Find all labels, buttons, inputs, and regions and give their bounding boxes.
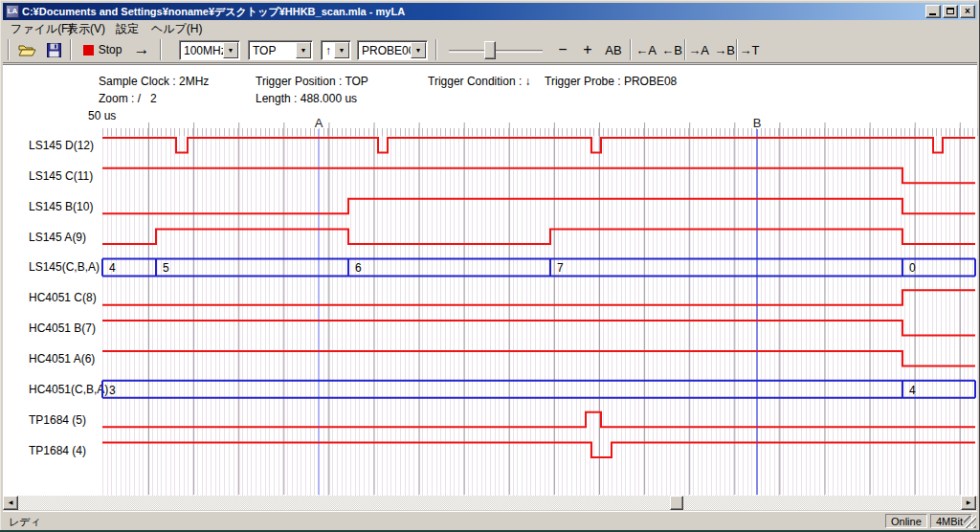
trigger-position-value: TOP: [253, 44, 276, 57]
goto-marker-a-fwd-button[interactable]: →A: [685, 38, 712, 61]
bus-value: 7: [557, 261, 564, 275]
bus-value: 0: [909, 261, 916, 275]
goto-marker-a-back-button[interactable]: ←A: [633, 38, 659, 61]
goto-trigger-button[interactable]: →T: [736, 38, 763, 61]
maximize-icon: [947, 8, 954, 14]
app-icon: LA: [6, 5, 19, 18]
window-title: C:¥Documents and Settings¥noname¥デスクトップ¥…: [22, 5, 924, 19]
menubar: ファイル(F) 表示(V) 設定 ヘルプ(H): [3, 20, 977, 35]
trigger-position-select[interactable]: TOP ▼: [248, 40, 313, 60]
zoom-slider-track[interactable]: [449, 50, 543, 53]
bus-value: 3: [109, 384, 116, 397]
sample-clock-select[interactable]: 100MHz ▼: [179, 40, 240, 60]
signal-trace: [102, 199, 975, 214]
waveform-svg[interactable]: AB4567034: [3, 65, 977, 497]
trigger-probe-select[interactable]: PROBE00 ▼: [357, 40, 428, 60]
toolbar: Stop → 100MHz ▼ TOP ▼ ↑ ▼ PROBE00 ▼ − + …: [3, 36, 977, 63]
menu-file[interactable]: ファイル(F): [11, 21, 72, 37]
horizontal-scrollbar[interactable]: ◀ ▶: [3, 496, 977, 510]
marker-b-label: B: [753, 116, 762, 130]
trigger-edge-value: ↑: [325, 44, 331, 57]
app-window: LA C:¥Documents and Settings¥noname¥デスクト…: [0, 0, 980, 532]
signal-trace: [102, 321, 975, 336]
menu-view[interactable]: 表示(V): [67, 21, 105, 37]
sample-clock-value: 100MHz: [184, 44, 227, 57]
zoom-out-button[interactable]: −: [552, 38, 573, 61]
run-arrow-icon: →: [134, 40, 150, 59]
toolbar-grip: [8, 39, 10, 60]
waveform-area[interactable]: Sample Clock : 2MHz Trigger Position : T…: [3, 64, 977, 496]
signal-trace: [102, 443, 975, 458]
save-file-button[interactable]: [41, 38, 66, 61]
stop-button[interactable]: Stop: [79, 38, 125, 61]
scrollbar-thumb[interactable]: [670, 496, 683, 510]
bus-value: 4: [909, 384, 916, 397]
menu-help[interactable]: ヘルプ(H): [151, 21, 203, 37]
toolbar-separator: [160, 39, 162, 60]
open-folder-icon: [18, 43, 36, 57]
minimize-button[interactable]: [925, 5, 941, 18]
toolbar-separator: [435, 39, 437, 60]
menu-settings[interactable]: 設定: [116, 21, 139, 37]
marker-a-label: A: [315, 116, 323, 130]
signal-trace: [102, 138, 975, 153]
zoom-in-button[interactable]: +: [577, 38, 598, 61]
bus-value: 5: [163, 261, 169, 275]
ab-span-button[interactable]: AB: [600, 38, 627, 61]
minimize-icon: [929, 13, 936, 15]
chevron-down-icon[interactable]: ▼: [296, 42, 311, 58]
zoom-slider-thumb[interactable]: [484, 41, 496, 59]
signal-trace: [102, 351, 975, 366]
maximize-button[interactable]: [943, 5, 958, 18]
statusbar: レディ Online 4MBit: [3, 511, 977, 529]
stop-icon: [83, 45, 94, 55]
signal-trace: [102, 412, 975, 428]
open-file-button[interactable]: [14, 38, 39, 61]
chevron-down-icon[interactable]: ▼: [334, 42, 349, 58]
chevron-down-icon[interactable]: ▼: [411, 42, 426, 58]
stop-label: Stop: [99, 43, 122, 56]
toolbar-separator: [70, 39, 72, 60]
run-button[interactable]: →: [127, 38, 156, 61]
floppy-icon: [47, 43, 61, 57]
trigger-edge-select[interactable]: ↑ ▼: [321, 40, 351, 60]
status-message: レディ: [9, 515, 41, 529]
resize-grip[interactable]: [964, 516, 976, 528]
titlebar[interactable]: LA C:¥Documents and Settings¥noname¥デスクト…: [3, 3, 977, 20]
close-button[interactable]: ×: [960, 5, 975, 18]
bus-value: 4: [109, 261, 116, 275]
signal-trace: [102, 290, 975, 305]
scroll-left-button[interactable]: ◀: [3, 496, 18, 510]
online-status-badge: Online: [885, 514, 927, 528]
toolbar-separator: [630, 39, 632, 60]
scroll-right-button[interactable]: ▶: [961, 496, 976, 510]
goto-marker-b-fwd-button[interactable]: →B: [711, 38, 738, 61]
signal-trace: [102, 230, 975, 245]
bus-value: 6: [355, 261, 362, 275]
chevron-down-icon[interactable]: ▼: [223, 42, 238, 58]
goto-marker-b-back-button[interactable]: ←B: [658, 38, 685, 61]
signal-trace: [102, 168, 975, 184]
trigger-probe-value: PROBE00: [362, 44, 414, 57]
